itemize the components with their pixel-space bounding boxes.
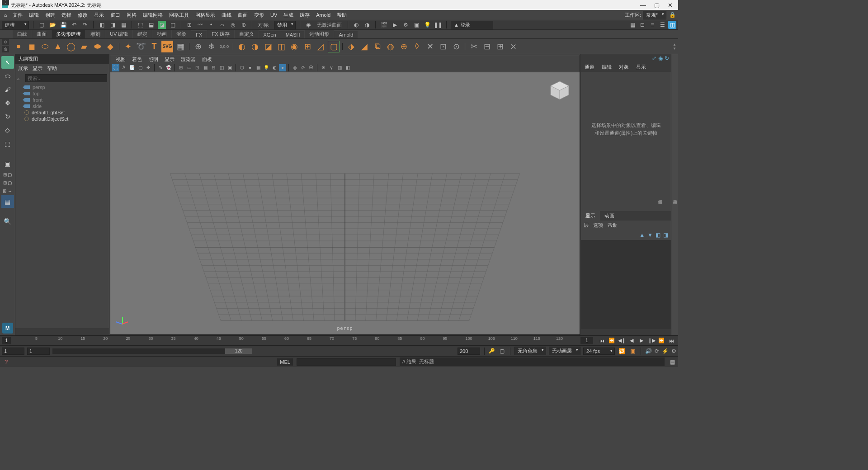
viewport-3d[interactable]: persp [110,72,580,334]
fps-dropdown[interactable]: 24 fps [583,348,615,355]
outliner-search-input[interactable] [25,74,107,82]
anim-layer-dropdown[interactable]: 无动画层 [549,347,580,355]
render-frame-icon[interactable]: 🎬 [380,21,388,29]
save-scene-icon[interactable]: 💾 [59,21,67,29]
layout-single-icon[interactable]: ▣ [1,157,14,170]
ipr-render-icon[interactable]: ▶ [391,21,399,29]
menu-create[interactable]: 创建 [42,11,58,19]
outliner-tree[interactable]: persp top front side defaultLightSet def… [15,83,109,328]
field-chart-icon[interactable]: ⊟ [210,64,217,71]
offset-edge-loop-icon[interactable]: ⊞ [494,41,506,52]
poly-svg-icon[interactable]: SVG [161,41,173,52]
wireframe-icon[interactable]: ⬡ [238,64,245,71]
home-icon[interactable]: ⌂ [2,12,9,18]
search-icon[interactable]: 🔍 [1,215,14,228]
layout-add1-icon[interactable]: ⊞ ▢ [1,171,14,178]
layer-menu-layers[interactable]: 层 [584,222,589,229]
toggle-channelbox-icon[interactable]: ≡ [648,21,656,29]
poly-sphere-icon[interactable]: ● [13,41,24,52]
view-transform-icon[interactable]: ▥ [336,64,343,71]
insert-edge-loop-icon[interactable]: ⊟ [481,41,493,52]
playback-prefs-icon[interactable]: ▣ [628,347,637,355]
outliner-node-defaultlightset[interactable]: defaultLightSet [18,109,106,116]
snap-live-icon[interactable]: ◎ [229,21,237,29]
menu-mesh-tools[interactable]: 网格工具 [166,11,192,19]
step-back-icon[interactable]: ◀❙ [618,337,626,344]
viewport-menu-show[interactable]: 显示 [162,56,177,63]
menu-display[interactable]: 显示 [91,11,107,19]
viewport-menu-lighting[interactable]: 照明 [146,56,161,63]
shelf-tab-surfaces[interactable]: 曲面 [32,30,51,38]
undo-icon[interactable]: ↶ [70,21,78,29]
menu-cache[interactable]: 缓存 [297,11,312,19]
step-fwd-key-icon[interactable]: ⏩ [657,337,665,344]
range-end-field[interactable] [458,348,480,355]
delete-edge-icon[interactable]: ✕ [424,41,436,52]
target-weld-icon[interactable]: ⊙ [450,41,462,52]
viewcube[interactable] [549,80,571,101]
viewport-menu-renderer[interactable]: 渲染器 [178,56,198,63]
step-fwd-icon[interactable]: ❙▶ [647,337,656,344]
extrude-icon[interactable]: ⬗ [345,41,357,52]
scale-tool[interactable]: ◇ [1,124,14,136]
toggle-modeling-toolkit-icon[interactable]: ▦ [628,21,637,29]
shelf-collapse-icon[interactable]: ⋮ [2,0,9,5]
layout-add3-icon[interactable]: ⊞ → [1,187,14,194]
menu-generate[interactable]: 生成 [281,11,296,19]
shelf-tab-polymodeling[interactable]: 多边形建模 [52,30,85,38]
last-tool[interactable]: ⬚ [1,137,14,150]
current-frame-left[interactable]: 1 [2,337,11,344]
poly-spiral-icon[interactable]: ➰ [135,41,147,52]
snap-grid-icon[interactable]: ⊞ [185,21,193,29]
mask-face-icon[interactable]: ◪ [158,21,166,29]
combine-icon[interactable]: ◐ [236,41,248,52]
lock-icon[interactable]: 🔒 [668,11,676,19]
rotate-tool[interactable]: ↻ [1,110,14,123]
shelf-tab-curves[interactable]: 曲线 [13,30,32,38]
toggle-hypergraph-icon[interactable]: ⊟ [638,21,646,29]
redo-icon[interactable]: ↷ [81,21,89,29]
snap-curve-icon[interactable]: 〰 [196,21,204,29]
menu-arnold[interactable]: Arnold [313,11,333,19]
layer-tab-anim[interactable]: 动画 [600,211,619,221]
step-back-key-icon[interactable]: ⏪ [608,337,616,344]
menu-mesh-display[interactable]: 网格显示 [193,11,218,19]
poly-disc-icon[interactable]: ⬬ [91,41,103,52]
viewport-menu-view[interactable]: 视图 [113,56,128,63]
layer-new-selected-icon[interactable]: ◨ [663,232,668,238]
loop-icon[interactable]: 🔁 [618,347,626,355]
camera-attr-icon[interactable]: A [120,64,127,71]
shelf-tab-fx[interactable]: FX [191,31,207,38]
make-live-icon[interactable]: ◉ [304,21,312,29]
grease-pencil-icon[interactable]: ✎ [157,64,164,71]
workspace-dropdown[interactable]: 常规* [643,11,666,19]
menu-surfaces[interactable]: 曲面 [235,11,250,19]
safe-title-icon[interactable]: ▣ [226,64,233,71]
paint-select-tool[interactable]: 🖌 [1,83,14,96]
multicut-icon[interactable]: ✂ [468,41,480,52]
gamma-icon[interactable]: γ [328,64,335,71]
shelf-editor-icon[interactable]: ⚙ [2,39,9,45]
select-camera-icon[interactable]: ⛶ [112,64,119,71]
layer-tab-display[interactable]: 显示 [581,211,600,221]
outliner-node-top[interactable]: top [18,90,106,97]
select-mode-comp-icon[interactable]: ▦ [119,21,127,29]
go-end-icon[interactable]: ⏭ [667,337,675,344]
menu-select[interactable]: 选择 [59,11,74,19]
reset-transforms-icon[interactable]: 0,0,0 [218,41,230,52]
mask-edge-icon[interactable]: ⬓ [147,21,155,29]
render-settings-icon[interactable]: ⚙ [401,21,410,29]
quadrangulate-icon[interactable]: ▢ [328,41,340,52]
subdivide-icon[interactable]: ⊞ [302,41,313,52]
current-frame-right[interactable]: 1 [580,337,593,344]
layout-four-icon[interactable]: ▦ [1,195,14,208]
content-browser-icon[interactable]: ▦ [175,41,186,52]
mirror-icon[interactable]: ◫ [275,41,287,52]
ao-icon[interactable]: ● [279,64,286,71]
new-scene-icon[interactable]: ▢ [38,21,46,29]
layer-move-down-icon[interactable]: ▼ [647,232,653,238]
smooth-shade-icon[interactable]: ● [246,64,254,71]
poly-cube-icon[interactable]: ◼ [26,41,38,52]
login-dropdown[interactable]: ▲ 登录 [451,21,493,29]
poly-cylinder-icon[interactable]: ⬭ [39,41,51,52]
